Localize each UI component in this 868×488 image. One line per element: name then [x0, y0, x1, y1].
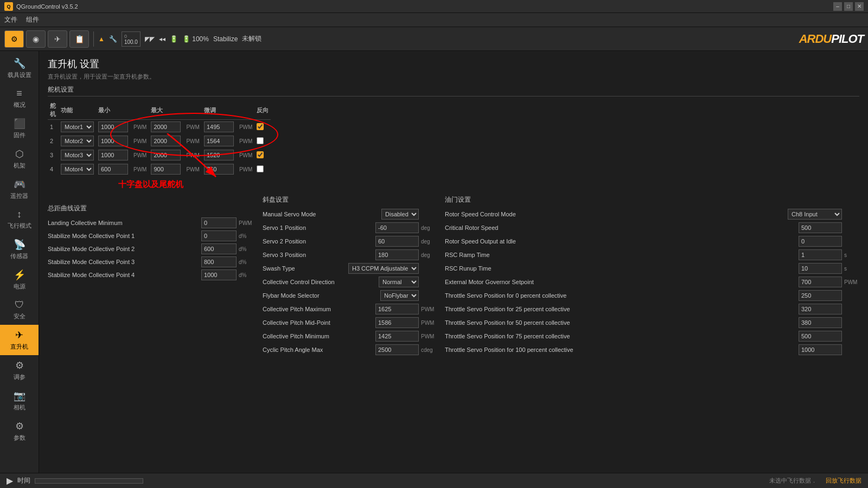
- sidebar-item-tuning[interactable]: ⚙ 调参: [0, 355, 39, 386]
- sidebar-item-helicopter[interactable]: ✈ 直升机: [0, 325, 39, 355]
- servo-trim-input-2[interactable]: [204, 136, 234, 146]
- plan-button[interactable]: ✈: [48, 30, 67, 48]
- menu-file[interactable]: 文件: [4, 15, 17, 24]
- close-button[interactable]: ✕: [855, 2, 864, 11]
- servo-func-3[interactable]: Motor3: [59, 148, 96, 162]
- input-governor-setpoint[interactable]: [799, 277, 842, 287]
- servo-trim-input-4[interactable]: [204, 164, 234, 175]
- servo-max-input-1[interactable]: [151, 121, 181, 132]
- servo-func-select-2[interactable]: Motor2: [61, 136, 94, 146]
- servo-trim-2[interactable]: [202, 134, 236, 148]
- select-flybar-mode[interactable]: NoFlybarFlybar: [380, 290, 419, 301]
- collective-row-landing: Landing Collective Minimum PWM: [48, 217, 254, 228]
- servo-func-1[interactable]: Motor1: [59, 120, 96, 134]
- settings-columns: 总距曲线设置 Landing Collective Minimum PWM St…: [48, 195, 859, 358]
- collective-input-3[interactable]: [201, 256, 237, 267]
- servo-min-1[interactable]: [96, 120, 130, 134]
- sidebar-item-flightmodes[interactable]: ↕ 飞行模式: [0, 204, 39, 234]
- input-rotor-idle[interactable]: [799, 236, 842, 247]
- servo-min-3[interactable]: [96, 148, 130, 162]
- label-throttle-75: Throttle Servo Position for 75 percent c…: [445, 333, 796, 339]
- servo-max-2[interactable]: [149, 134, 183, 148]
- doc-button[interactable]: 📋: [69, 30, 89, 48]
- sidebar-item-params[interactable]: ⚙ 参数: [0, 416, 39, 446]
- input-servo1-pos[interactable]: [375, 222, 419, 233]
- joystick-button[interactable]: ◉: [26, 30, 46, 48]
- field-rotor-speed-mode: Rotor Speed Control Mode Ch8 Input: [445, 209, 859, 220]
- input-throttle-100[interactable]: [799, 344, 842, 355]
- servo-func-2[interactable]: Motor2: [59, 134, 96, 148]
- servo-func-select-3[interactable]: Motor3: [61, 150, 94, 160]
- minimize-button[interactable]: –: [833, 2, 842, 11]
- servo-max-input-4[interactable]: [151, 164, 181, 175]
- servo-trim-unit-3: PWM: [239, 152, 252, 158]
- sidebar-item-power[interactable]: ⚡ 电源: [0, 265, 39, 295]
- collective-input-4[interactable]: [201, 269, 237, 280]
- play-button[interactable]: ▶: [7, 476, 13, 486]
- servo-trim-4[interactable]: [202, 162, 236, 176]
- servo-min-input-3[interactable]: [98, 150, 128, 160]
- sidebar-item-camera[interactable]: 📷 相机: [0, 386, 39, 416]
- servo-max-3[interactable]: [149, 148, 183, 162]
- servo-func-4[interactable]: Motor4: [59, 162, 96, 176]
- input-pitch-min[interactable]: [375, 331, 419, 342]
- window-controls[interactable]: – □ ✕: [833, 2, 864, 11]
- servo-min-input-4[interactable]: [98, 164, 128, 175]
- input-throttle-50[interactable]: [799, 317, 842, 328]
- servo-trim-1[interactable]: [202, 120, 236, 134]
- settings-button[interactable]: ⚙: [4, 30, 24, 48]
- input-pitch-max[interactable]: [375, 304, 419, 314]
- servo-min-input-2[interactable]: [98, 136, 128, 146]
- collective-input-2[interactable]: [201, 243, 237, 254]
- collective-unit-4: d%: [239, 272, 254, 278]
- select-swash-type[interactable]: H3 CCPM Adjustable: [348, 263, 419, 274]
- servo-max-4[interactable]: [149, 162, 183, 176]
- sidebar-item-sensors[interactable]: 📡 传感器: [0, 234, 39, 265]
- servo-rev-check-2[interactable]: [257, 137, 264, 144]
- servo-min-2[interactable]: [96, 134, 130, 148]
- servo-rev-check-4[interactable]: [257, 165, 264, 172]
- servo-num-4: 4: [48, 162, 59, 176]
- input-throttle-75[interactable]: [799, 331, 842, 342]
- menu-components[interactable]: 组件: [26, 15, 39, 24]
- servo-min-input-1[interactable]: [98, 121, 128, 132]
- servo-rev-check-3[interactable]: [257, 151, 264, 158]
- servo-max-input-3[interactable]: [151, 150, 181, 160]
- sidebar-item-overview[interactable]: ≡ 概况: [0, 84, 39, 113]
- maximize-button[interactable]: □: [844, 2, 853, 11]
- input-rsc-ramp[interactable]: [799, 249, 842, 260]
- input-servo2-pos[interactable]: [375, 236, 419, 247]
- sidebar-item-rc[interactable]: 🎮 遥控器: [0, 174, 39, 204]
- input-rsc-runup[interactable]: [799, 263, 842, 274]
- servo-rev-check-1[interactable]: [257, 123, 264, 130]
- input-pitch-mid[interactable]: [375, 317, 419, 328]
- tuning-icon: ⚙: [15, 359, 24, 371]
- label-rotor-speed-mode: Rotor Speed Control Mode: [445, 211, 786, 217]
- input-servo3-pos[interactable]: [375, 249, 419, 260]
- input-throttle-25[interactable]: [799, 304, 842, 314]
- servo-trim-input-1[interactable]: [204, 121, 234, 132]
- select-rotor-speed-mode[interactable]: Ch8 Input: [788, 209, 842, 220]
- input-throttle-0[interactable]: [799, 290, 842, 301]
- servo-trim-3[interactable]: [202, 148, 236, 162]
- servo-min-4[interactable]: [96, 162, 130, 176]
- col-header-trim: 微调: [202, 101, 254, 120]
- servo-func-select-1[interactable]: Motor1: [61, 121, 94, 132]
- collective-input-1[interactable]: [201, 230, 237, 241]
- sidebar-item-frame[interactable]: ⬡ 机架: [0, 144, 39, 174]
- camera-icon: 📷: [14, 390, 25, 402]
- input-cyclic-pitch[interactable]: [375, 344, 419, 355]
- servo-table: 舵机 功能 最小 最大 微调 反向 1 Motor1: [48, 101, 271, 176]
- servo-func-select-4[interactable]: Motor4: [61, 164, 94, 175]
- servo-max-input-2[interactable]: [151, 136, 181, 146]
- select-collective-direction[interactable]: NormalReversed: [379, 277, 419, 287]
- collective-input-landing[interactable]: [201, 217, 237, 228]
- sidebar-item-safety[interactable]: 🛡 安全: [0, 295, 39, 325]
- sidebar-item-firmware[interactable]: ⬛ 固件: [0, 113, 39, 144]
- input-critical-rotor-speed[interactable]: [799, 222, 842, 233]
- playback-button[interactable]: 回放飞行数据: [826, 477, 861, 485]
- sidebar-item-settings[interactable]: 🔧 载具设置: [0, 53, 39, 84]
- select-manual-servo-mode[interactable]: DisabledManual: [381, 209, 419, 220]
- servo-trim-input-3[interactable]: [204, 150, 234, 160]
- servo-max-1[interactable]: [149, 120, 183, 134]
